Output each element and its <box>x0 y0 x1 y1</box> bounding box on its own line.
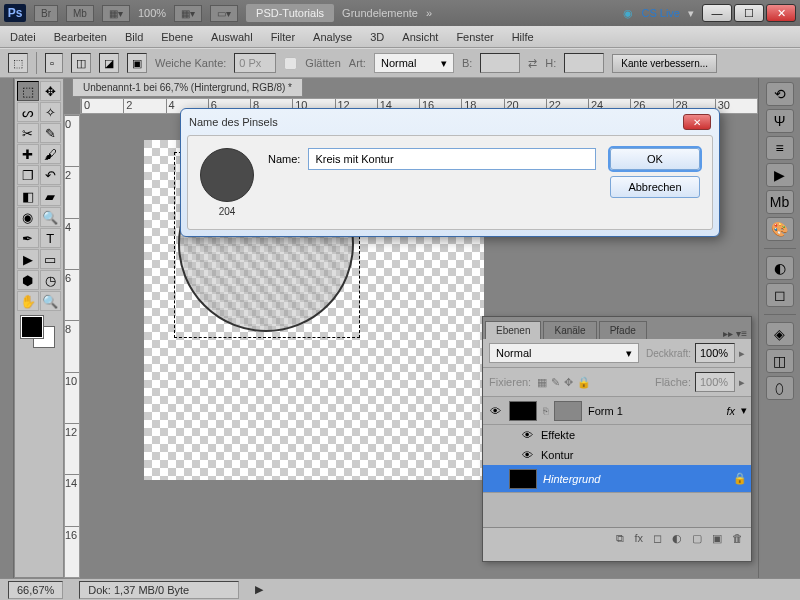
tab-ebenen[interactable]: Ebenen <box>485 321 541 339</box>
arrange-docs-icon[interactable]: ▦▾ <box>174 5 202 22</box>
zoom-level[interactable]: 100% <box>138 7 166 19</box>
cs-live-button[interactable]: CS Live <box>641 7 680 19</box>
minimize-button[interactable]: — <box>702 4 732 22</box>
tool-preset-icon[interactable]: ⬚ <box>8 53 28 73</box>
menu-ansicht[interactable]: Ansicht <box>402 31 438 43</box>
history-panel-icon[interactable]: ⟲ <box>766 82 794 106</box>
fill-arrow-icon[interactable]: ▸ <box>739 376 745 389</box>
mask-thumb[interactable] <box>554 401 582 421</box>
menu-bearbeiten[interactable]: Bearbeiten <box>54 31 107 43</box>
menu-auswahl[interactable]: Auswahl <box>211 31 253 43</box>
menu-3d[interactable]: 3D <box>370 31 384 43</box>
status-zoom[interactable]: 66,67% <box>8 581 63 599</box>
brush-tool-icon[interactable]: 🖌 <box>40 144 62 164</box>
lock-transparent-icon[interactable]: ▦ <box>537 376 547 388</box>
cancel-button[interactable]: Abbrechen <box>610 176 700 198</box>
blend-mode-select[interactable]: Normal▾ <box>489 343 639 363</box>
path-select-icon[interactable]: ▶ <box>17 249 39 269</box>
dodge-tool-icon[interactable]: 🔍 <box>40 207 62 227</box>
delete-layer-icon[interactable]: 🗑 <box>732 532 743 545</box>
workspace-alt[interactable]: Grundelemente <box>342 7 418 19</box>
heal-tool-icon[interactable]: ✚ <box>17 144 39 164</box>
tab-kanaele[interactable]: Kanäle <box>543 321 596 339</box>
menu-filter[interactable]: Filter <box>271 31 295 43</box>
paths-panel-icon[interactable]: ⬯ <box>766 376 794 400</box>
lock-position-icon[interactable]: ✥ <box>564 376 573 388</box>
wand-tool-icon[interactable]: ✧ <box>40 102 62 122</box>
opacity-input[interactable]: 100% <box>695 343 735 363</box>
eyedropper-tool-icon[interactable]: ✎ <box>40 123 62 143</box>
blur-tool-icon[interactable]: ◉ <box>17 207 39 227</box>
shape-tool-icon[interactable]: ▭ <box>40 249 62 269</box>
minibridge-icon[interactable]: Mb <box>66 5 94 22</box>
add-selection-icon[interactable]: ◫ <box>71 53 91 73</box>
color-swatches[interactable] <box>17 316 61 352</box>
hand-tool-icon[interactable]: ✋ <box>17 291 39 311</box>
ruler-vertical[interactable]: 0246810121416 <box>64 114 80 578</box>
status-doc[interactable]: Dok: 1,37 MB/0 Byte <box>79 581 239 599</box>
visibility-icon[interactable]: 👁 <box>487 405 503 417</box>
dialog-titlebar[interactable]: Name des Pinsels ✕ <box>181 109 719 135</box>
subtract-selection-icon[interactable]: ◪ <box>99 53 119 73</box>
menu-datei[interactable]: Datei <box>10 31 36 43</box>
move-tool-icon[interactable]: ✥ <box>40 81 62 101</box>
layer-fx-icon[interactable]: fx <box>634 532 643 545</box>
lock-all-icon[interactable]: 🔒 <box>577 376 591 388</box>
visibility-icon[interactable]: 👁 <box>519 449 535 461</box>
layer-name[interactable]: Hintergrund <box>543 473 600 485</box>
visibility-icon[interactable]: 👁 <box>519 429 535 441</box>
zoom-tool-icon[interactable]: 🔍 <box>40 291 62 311</box>
style-select[interactable]: Normal▾ <box>374 53 454 73</box>
layer-thumb[interactable] <box>509 469 537 489</box>
fill-input[interactable]: 100% <box>695 372 735 392</box>
crop-tool-icon[interactable]: ✂ <box>17 123 39 143</box>
dialog-close-button[interactable]: ✕ <box>683 114 711 130</box>
type-tool-icon[interactable]: T <box>40 228 62 248</box>
feather-input[interactable]: 0 Px <box>234 53 276 73</box>
menu-fenster[interactable]: Fenster <box>456 31 493 43</box>
fx-badge[interactable]: fx <box>726 405 735 417</box>
layers-panel-icon[interactable]: ◈ <box>766 322 794 346</box>
new-selection-icon[interactable]: ▫ <box>45 53 63 73</box>
screen-mode-icon[interactable]: ▭▾ <box>210 5 238 22</box>
fg-swatch[interactable] <box>21 316 43 338</box>
layer-mask-icon[interactable]: ◻ <box>653 532 662 545</box>
bridge-icon[interactable]: Br <box>34 5 58 22</box>
layer-row[interactable]: 👁 ⎘ Form 1 fx ▾ <box>483 397 751 425</box>
window-close-button[interactable]: ✕ <box>766 4 796 22</box>
layer-row[interactable]: Hintergrund 🔒 <box>483 465 751 493</box>
color-panel-icon[interactable]: 🎨 <box>766 217 794 241</box>
left-dock[interactable] <box>0 78 14 578</box>
menu-analyse[interactable]: Analyse <box>313 31 352 43</box>
3d-tool-icon[interactable]: ⬢ <box>17 270 39 290</box>
menu-hilfe[interactable]: Hilfe <box>512 31 534 43</box>
3d-camera-icon[interactable]: ◷ <box>40 270 62 290</box>
stamp-tool-icon[interactable]: ❐ <box>17 165 39 185</box>
adjust-panel-icon[interactable]: ◐ <box>766 256 794 280</box>
history-brush-icon[interactable]: ↶ <box>40 165 62 185</box>
layer-effects-row[interactable]: 👁 Effekte <box>483 425 751 445</box>
adjustment-layer-icon[interactable]: ◐ <box>672 532 682 545</box>
layer-thumb[interactable] <box>509 401 537 421</box>
actions-panel-icon[interactable]: ▶ <box>766 163 794 187</box>
fx-chevron-icon[interactable]: ▾ <box>741 404 747 417</box>
minibridge-panel-icon[interactable]: Mb <box>766 190 794 214</box>
new-layer-icon[interactable]: ▣ <box>712 532 722 545</box>
pen-tool-icon[interactable]: ✒ <box>17 228 39 248</box>
eraser-tool-icon[interactable]: ◧ <box>17 186 39 206</box>
marquee-tool-icon[interactable]: ⬚ <box>17 81 39 101</box>
layer-kontur-row[interactable]: 👁 Kontur <box>483 445 751 465</box>
layer-name[interactable]: Form 1 <box>588 405 623 417</box>
menu-ebene[interactable]: Ebene <box>161 31 193 43</box>
channels-panel-icon[interactable]: ◫ <box>766 349 794 373</box>
usb-panel-icon[interactable]: Ψ <box>766 109 794 133</box>
maximize-button[interactable]: ☐ <box>734 4 764 22</box>
intersect-selection-icon[interactable]: ▣ <box>127 53 147 73</box>
workspace-button[interactable]: PSD-Tutorials <box>246 4 334 22</box>
layer-group-icon[interactable]: ▢ <box>692 532 702 545</box>
link-icon[interactable]: ⎘ <box>543 406 548 416</box>
mask-panel-icon[interactable]: ◻ <box>766 283 794 307</box>
tab-pfade[interactable]: Pfade <box>599 321 647 339</box>
lock-pixels-icon[interactable]: ✎ <box>551 376 560 388</box>
text-panel-icon[interactable]: ≡ <box>766 136 794 160</box>
